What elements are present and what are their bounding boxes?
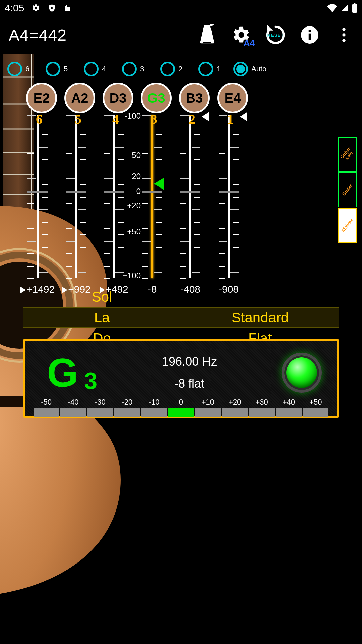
- scale-column: 6+1492: [18, 115, 57, 278]
- battery-icon: [352, 3, 357, 13]
- overflow-menu-button[interactable]: [332, 23, 356, 47]
- meter-cell: -40: [60, 398, 86, 417]
- detected-frequency: 196.00 Hz: [97, 355, 282, 369]
- scale-tick-label: +20: [127, 201, 152, 210]
- scale-column: 5+992: [57, 115, 96, 278]
- note-peg[interactable]: D3: [103, 83, 133, 113]
- string-selector-row: 6 5 4 3 2 1 Auto: [0, 58, 362, 80]
- metronome-button[interactable]: [195, 23, 219, 47]
- radio-circle-icon: [233, 62, 248, 76]
- note-peg[interactable]: A2: [64, 83, 95, 113]
- string-radio[interactable]: 6: [7, 62, 29, 76]
- promo-thumbnail[interactable]: Guitar: [338, 172, 357, 207]
- tuning-picker[interactable]: LaStandard: [23, 307, 339, 328]
- cents-meter: -50-40-30-20-100+10+20+30+40+50: [34, 398, 328, 417]
- promo-thumbnail[interactable]: Maltese: [338, 208, 357, 243]
- radio-label: 1: [217, 65, 221, 73]
- reset-button[interactable]: RESET: [263, 23, 288, 47]
- string-radio[interactable]: 4: [84, 62, 106, 76]
- string-radio[interactable]: Auto: [233, 62, 266, 76]
- meter-cell: -30: [87, 398, 113, 417]
- radio-label: 3: [140, 65, 144, 73]
- scale-tick-label: -100: [125, 111, 152, 121]
- note-name-picker[interactable]: Sol: [23, 286, 339, 307]
- radio-circle-icon: [46, 62, 60, 76]
- status-time: 4:05: [5, 2, 24, 14]
- reset-label: RESET: [267, 33, 284, 38]
- pitch-reference[interactable]: A4=442: [9, 26, 67, 44]
- tuning-led: [282, 353, 322, 393]
- radio-circle-icon: [7, 62, 22, 76]
- scale-tick-label: +100: [123, 271, 152, 280]
- radio-label: Auto: [251, 65, 266, 73]
- detected-note: G 3: [34, 350, 97, 396]
- deviation-text: -8 flat: [97, 377, 282, 391]
- meter-cell: 0: [168, 398, 194, 417]
- info-button[interactable]: [298, 23, 322, 47]
- radio-circle-icon: [160, 62, 175, 76]
- tuner-readout: G 3 196.00 Hz -8 flat -50-40-30-20-100+1…: [23, 339, 339, 418]
- gear-icon: [32, 4, 40, 12]
- scale-tick-label: -50: [129, 151, 152, 160]
- svg-point-3: [342, 28, 345, 31]
- app-bar: A4=442 A4 RESET: [0, 16, 362, 54]
- scale-column: 1-908: [209, 115, 248, 278]
- note-peg[interactable]: G3: [141, 83, 172, 113]
- meter-cell: +30: [249, 398, 275, 417]
- note-peg[interactable]: E2: [26, 83, 57, 113]
- scale-tick-label: +50: [127, 227, 152, 236]
- meter-cell: +20: [222, 398, 248, 417]
- meter-cell: -20: [114, 398, 140, 417]
- radio-label: 5: [64, 65, 68, 73]
- radio-label: 6: [25, 65, 29, 73]
- scale-column: 3-100-50-200+20+50+100-8: [133, 115, 171, 278]
- svg-rect-1: [309, 34, 311, 40]
- svg-point-4: [342, 33, 345, 36]
- scale-tick-label: 0: [136, 186, 152, 196]
- calibrate-a4-button[interactable]: A4: [229, 23, 253, 47]
- radio-circle-icon: [122, 62, 137, 76]
- svg-point-5: [342, 39, 345, 42]
- shield-play-icon: [48, 4, 56, 12]
- radio-circle-icon: [198, 62, 213, 76]
- string-radio[interactable]: 5: [46, 62, 68, 76]
- meter-cell: +10: [195, 398, 221, 417]
- status-bar: 4:05: [0, 0, 362, 16]
- wifi-icon: [327, 4, 337, 12]
- string-radio[interactable]: 1: [198, 62, 221, 76]
- svg-rect-2: [309, 30, 311, 32]
- string-radio[interactable]: 2: [160, 62, 182, 76]
- note-peg[interactable]: B3: [179, 83, 210, 113]
- signal-icon: [341, 4, 349, 12]
- radio-circle-icon: [84, 62, 99, 76]
- radio-label: 2: [178, 65, 182, 73]
- radio-label: 4: [102, 65, 106, 73]
- live-pointer-icon: [154, 178, 164, 190]
- meter-cell: +50: [303, 398, 328, 417]
- calibrate-badge: A4: [244, 38, 255, 48]
- meter-cell: -10: [141, 398, 167, 417]
- string-radio[interactable]: 3: [122, 62, 144, 76]
- meter-cell: +40: [276, 398, 301, 417]
- promo-thumbnail[interactable]: Guitar Lele: [338, 137, 357, 172]
- scale-column: 4+492: [95, 115, 133, 278]
- scale-tick-label: -20: [129, 172, 152, 181]
- scale-column: 2-408: [171, 115, 209, 278]
- note-peg[interactable]: E4: [217, 83, 248, 113]
- sd-card-icon: [64, 4, 72, 12]
- meter-cell: -50: [34, 398, 59, 417]
